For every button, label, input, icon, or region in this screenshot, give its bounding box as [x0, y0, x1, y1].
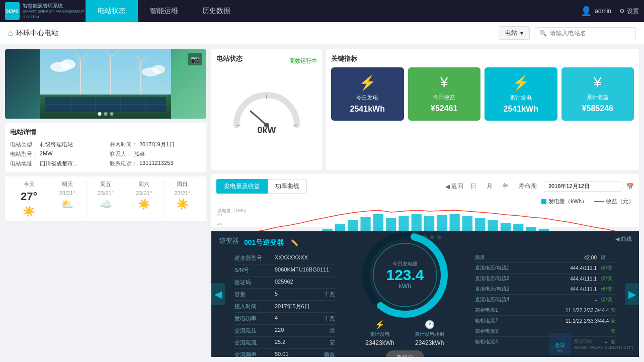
ki-total-power-icon: ⚡ — [512, 74, 530, 91]
left-panel: 📷 电站详情 电站类型： 村级终端电站 并网时间： 2017年9月1日 — [0, 44, 211, 362]
legend-power: 发电量（kWh） — [541, 198, 587, 205]
carousel-dot-3[interactable] — [110, 112, 114, 116]
inv-right-row-box2: 箱柜电流2 11.1/22.2/33.3/44.4 安 — [475, 316, 616, 326]
inv-right-label-dc2: 直流电压/电流2 — [475, 275, 555, 282]
chart-back-btn[interactable]: ◀ 返回 — [445, 182, 463, 191]
inv-value-ac-voltage: 220 — [275, 327, 330, 334]
chart-header: 发电量及收益 功率曲线 ◀ 返回 日 月 年 寿命期 📅 — [216, 179, 634, 194]
station-btn-label: 电站 — [505, 29, 517, 37]
offline-button[interactable]: 离线中 — [386, 350, 424, 357]
chevron-down-icon: ▾ — [520, 30, 523, 37]
inv-right-value-temp: 42.00 — [555, 255, 601, 260]
settings-area[interactable]: ⚙ 设置 — [619, 7, 639, 16]
page-title: 环球中心电站 — [16, 29, 58, 38]
camera-icon[interactable]: 📷 — [188, 53, 202, 65]
top-row: 电站状态 高效运行中 — [211, 49, 639, 170]
inv-right-status-dc3: 伏/安 — [601, 286, 616, 293]
chart-tab-curve[interactable]: 功率曲线 — [268, 179, 307, 194]
chart-link[interactable]: ◀ 曲线 — [615, 235, 632, 243]
home-icon: ⌂ — [8, 29, 13, 38]
ki-total-revenue-value: ¥585246 — [582, 104, 613, 113]
weather-day2-label: 周五 — [100, 180, 111, 188]
svg-text:发电量（kWh）: 发电量（kWh） — [217, 208, 249, 213]
inverter-next-btn[interactable]: ▶ — [625, 283, 639, 305]
weather-day4-label: 周日 — [177, 180, 188, 188]
inverter-prev-btn[interactable]: ◀ — [211, 283, 225, 305]
inv-label-gen-power: 发电功率 — [234, 315, 275, 322]
inv-total-hours-value: 23423kWh — [415, 339, 444, 346]
calendar-icon[interactable]: 📅 — [626, 183, 634, 190]
ki-total-revenue-label: 累计收益 — [587, 94, 609, 101]
inv-right-row-dc4: 直流电压/电流4 - 伏/安 — [475, 295, 616, 305]
inv-right-value-dc1: 444.4/111.1 — [555, 265, 601, 271]
inverter-title: 逆变器 — [219, 236, 239, 245]
clock-icon: 🕐 — [425, 320, 435, 329]
carousel: 📷 — [5, 49, 206, 119]
station-dropdown[interactable]: 电站 ▾ — [499, 26, 530, 40]
ki-revenue-icon: ¥ — [440, 74, 448, 90]
weather-day4-icon: ☀️ — [176, 198, 189, 210]
gauge-wrap: 0kW — [216, 67, 317, 143]
inv-right-value-dc2: 444.4/111.1 — [555, 276, 601, 282]
chart-tab-power[interactable]: 发电量及收益 — [216, 179, 268, 194]
detail-value-grid-time: 2017年9月1日 — [139, 141, 175, 148]
right-panel: 电站状态 高效运行中 — [211, 44, 644, 362]
nav-item-smart-ops[interactable]: 智能运维 — [138, 0, 190, 22]
legend-power-label: 发电量（kWh） — [548, 198, 587, 205]
search-input[interactable] — [550, 30, 630, 37]
weather-day3-icon: ☀️ — [138, 198, 150, 210]
detail-row-contact: 联系人： 孤菜 — [110, 150, 201, 158]
user-icon: 👤 — [581, 6, 592, 17]
carousel-image — [5, 49, 206, 119]
watermark-logo-svg: 盘柒 弱电 — [549, 333, 571, 355]
detail-label-contact: 联系人： — [110, 150, 132, 158]
inv-value-gen-power: 4 — [275, 315, 324, 322]
chevron-left-icon: ◀ — [445, 183, 450, 190]
weather-bar: 今天 27° ☀️ 明天 23/21° ⛅ 周五 23/21° ☁️ 周六 23… — [5, 176, 206, 221]
chart-period-year[interactable]: 年 — [500, 181, 512, 192]
chart-period-day[interactable]: 日 — [467, 181, 479, 192]
breadcrumb: ⌂ 环球中心电站 — [8, 29, 58, 38]
edit-icon[interactable]: ✏️ — [291, 239, 298, 246]
chart-period-month[interactable]: 月 — [484, 181, 496, 192]
detail-row-grid-time: 并网时间： 2017年9月1日 — [110, 141, 201, 148]
ki-today-revenue-label: 今日收益 — [433, 94, 455, 101]
detail-row-address: 电站地址： 四川省成都市... — [10, 160, 102, 167]
carousel-dot-2[interactable] — [104, 112, 108, 116]
chart-period-lifetime[interactable]: 寿命期 — [516, 181, 540, 192]
carousel-dot-1[interactable] — [98, 112, 102, 116]
inv-right-value-dc3: 444.4/111.1 — [555, 287, 601, 292]
chart-controls: ◀ 返回 日 月 年 寿命期 📅 — [445, 181, 634, 192]
nav-item-history[interactable]: 历史数据 — [190, 0, 243, 22]
inv-label-code: 验证码 — [234, 279, 275, 286]
inv-right-label-dc1: 直流电压/电流1 — [475, 264, 555, 272]
ki-title: 关键指标 — [331, 54, 634, 63]
inv-unit-ac-freq: 赫兹 — [324, 351, 335, 357]
weather-day1-temp: 23/21° — [59, 190, 75, 196]
inv-right-status-box1: 安 — [611, 307, 616, 314]
date-picker[interactable] — [544, 182, 622, 192]
inv-label-ac-current: 交流电流 — [234, 339, 275, 346]
detail-row-model: 电站型号： 2MW — [10, 150, 102, 158]
weather-day-2: 周五 23/21° ☁️ — [87, 180, 125, 217]
header-right: 👤 admin ⚙ 设置 — [581, 6, 639, 17]
inv-row-capacity: 容量 5 千瓦 — [234, 289, 335, 301]
ki-total-revenue-icon: ¥ — [594, 74, 602, 90]
detail-label-address: 电站地址： — [10, 160, 38, 167]
inv-right-value-box2: 11.1/22.2/33.3/44.4 — [566, 318, 611, 324]
inv-right-label-box2: 箱柜电流2 — [475, 317, 566, 324]
inverter-name: 001号逆变器 — [244, 238, 284, 247]
inv-value-capacity: 5 — [275, 291, 324, 298]
carousel-dots — [98, 112, 114, 116]
inv-label-connect-time: 接入时间 — [234, 303, 275, 310]
station-status-title: 电站状态 — [216, 54, 243, 63]
legend-revenue: 收益（元） — [594, 198, 634, 205]
lightning-icon: ⚡ — [375, 320, 385, 329]
ki-today-revenue-value: ¥52461 — [431, 104, 457, 113]
weather-today-label: 今天 — [24, 180, 35, 188]
nav-item-station-status[interactable]: 电站状态 — [86, 0, 138, 22]
weather-day3-label: 周六 — [138, 180, 149, 188]
power-value: 0kW — [257, 125, 276, 136]
inv-label-ac-voltage: 交流电压 — [234, 327, 275, 334]
inv-row-model: 逆变器型号 XXXXXXXXX — [234, 252, 335, 264]
